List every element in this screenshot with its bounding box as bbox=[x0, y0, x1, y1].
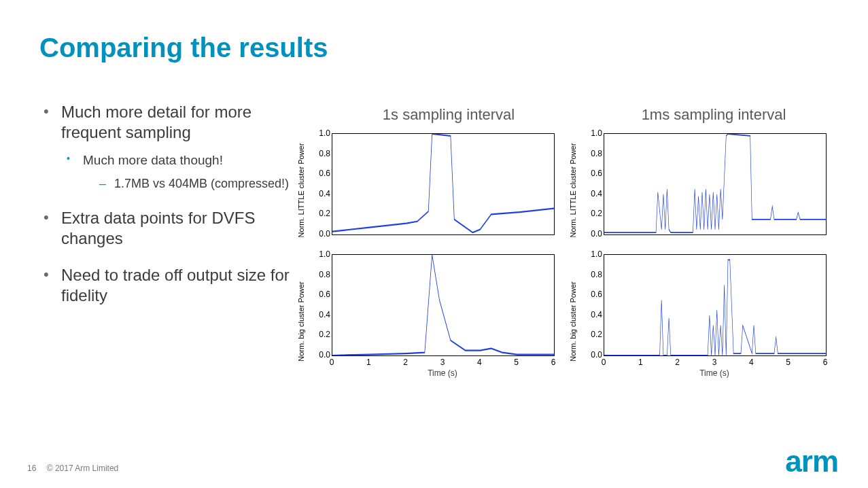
yticks-1s-big: 0.00.2 0.40.6 0.81.0 bbox=[311, 254, 330, 355]
ylabel-1ms-little: Norm. LITTLE cluster Power bbox=[569, 136, 577, 245]
xlabel-1ms: Time (s) bbox=[604, 368, 825, 378]
chart-area: 1s sampling interval 1ms sampling interv… bbox=[299, 106, 843, 386]
bullet-1-text: Much more detail for more frequent sampl… bbox=[61, 103, 251, 141]
chart-1ms-big: Norm. big cluster Power 0.00.2 0.40.6 0.… bbox=[571, 250, 843, 386]
bullet-3: Need to trade off output size for fideli… bbox=[39, 265, 291, 306]
plot-1s-little bbox=[332, 133, 555, 235]
slide-footer: 16 © 2017 Arm Limited bbox=[27, 464, 118, 473]
plot-1ms-little bbox=[604, 133, 827, 235]
slide-title: Comparing the results bbox=[39, 33, 328, 63]
ylabel-1ms-big: Norm. big cluster Power bbox=[569, 267, 577, 376]
slide: Comparing the results Much more detail f… bbox=[0, 0, 868, 488]
bullet-1-1-1: 1.7MB vs 404MB (compressed!) bbox=[95, 176, 291, 192]
plot-1ms-big bbox=[604, 254, 827, 356]
xlabel-1s: Time (s) bbox=[332, 368, 553, 378]
chart-col-title-right: 1ms sampling interval bbox=[578, 106, 843, 124]
chart-1s-big: Norm. big cluster Power 0.00.2 0.40.6 0.… bbox=[299, 250, 571, 386]
plot-1s-big bbox=[332, 254, 555, 356]
ylabel-1s-little: Norm. LITTLE cluster Power bbox=[297, 136, 305, 245]
bullet-1: Much more detail for more frequent sampl… bbox=[39, 102, 291, 192]
bullet-2-text: Extra data points for DVFS changes bbox=[61, 209, 255, 247]
bullet-1-1: Much more data though! 1.7MB vs 404MB (c… bbox=[64, 152, 291, 192]
yticks-1s-little: 0.00.2 0.40.6 0.81.0 bbox=[311, 133, 330, 234]
chart-1ms-little: Norm. LITTLE cluster Power 0.00.2 0.40.6… bbox=[571, 129, 843, 245]
yticks-1ms-big: 0.00.2 0.40.6 0.81.0 bbox=[583, 254, 602, 355]
ylabel-1s-big: Norm. big cluster Power bbox=[297, 267, 305, 376]
bullet-3-text: Need to trade off output size for fideli… bbox=[61, 266, 290, 304]
bullet-1-1-1-text: 1.7MB vs 404MB (compressed!) bbox=[114, 177, 289, 190]
slide-body: Much more detail for more frequent sampl… bbox=[39, 102, 291, 322]
copyright: © 2017 Arm Limited bbox=[47, 464, 119, 473]
yticks-1ms-little: 0.00.2 0.40.6 0.81.0 bbox=[583, 133, 602, 234]
page-number: 16 bbox=[27, 464, 36, 473]
arm-logo: arm bbox=[785, 445, 838, 478]
bullet-2: Extra data points for DVFS changes bbox=[39, 208, 291, 249]
chart-col-title-left: 1s sampling interval bbox=[299, 106, 578, 124]
bullet-1-1-text: Much more data though! bbox=[83, 153, 223, 167]
chart-1s-little: Norm. LITTLE cluster Power 0.00.2 0.40.6… bbox=[299, 129, 571, 245]
